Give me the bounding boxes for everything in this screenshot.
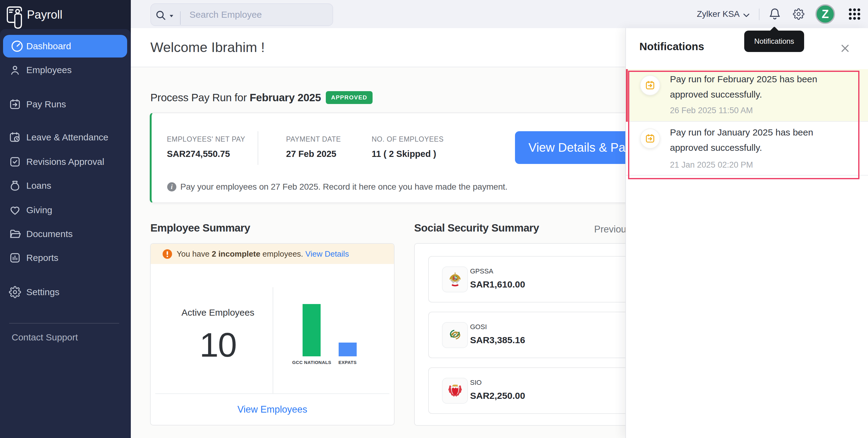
svg-text:i: i <box>171 183 173 191</box>
